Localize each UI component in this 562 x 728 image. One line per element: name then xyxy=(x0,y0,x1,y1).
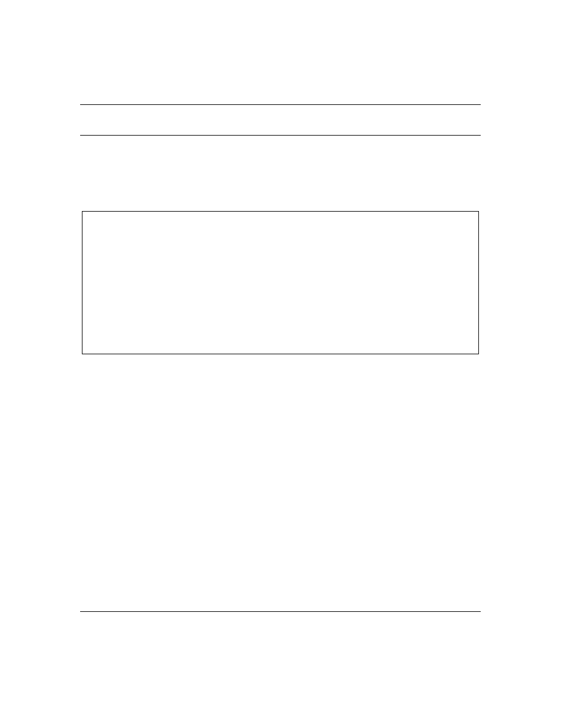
document-page xyxy=(0,0,562,728)
horizontal-rule xyxy=(80,611,481,612)
horizontal-rule xyxy=(80,104,481,105)
empty-outlined-box xyxy=(82,211,479,354)
horizontal-rule xyxy=(80,135,481,136)
content-column xyxy=(80,0,481,728)
